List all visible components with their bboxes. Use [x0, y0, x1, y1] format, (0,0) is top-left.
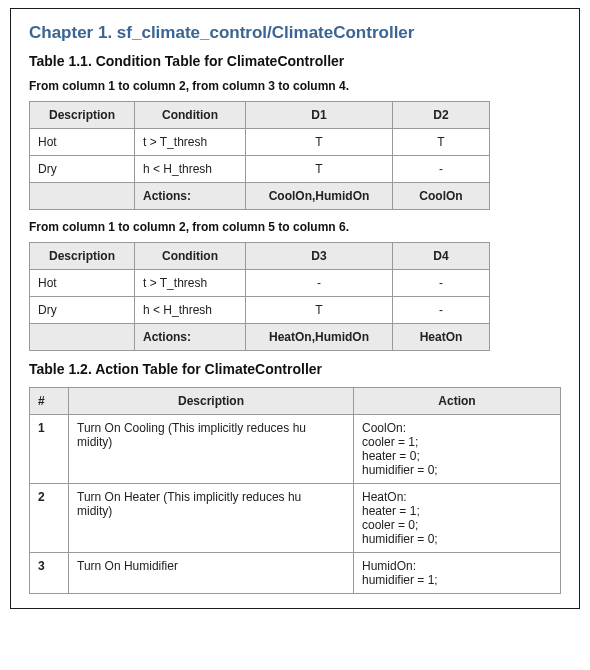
actions-blank	[30, 324, 135, 351]
cell-number: 1	[30, 415, 69, 484]
table-row: 2 Turn On Heater (This implicitly reduce…	[30, 484, 561, 553]
condition-table-b: Description Condition D3 D4 Hot t > T_th…	[29, 242, 490, 351]
cell-action: HumidOn: humidifier = 1;	[354, 553, 561, 594]
cell-desc: Dry	[30, 297, 135, 324]
col-description: Description	[69, 388, 354, 415]
actions-d2: CoolOn	[393, 183, 490, 210]
actions-row: Actions: CoolOn,HumidOn CoolOn	[30, 183, 490, 210]
cell-desc: Turn On Heater (This implicitly reduces …	[69, 484, 354, 553]
condition-table-a: Description Condition D1 D2 Hot t > T_th…	[29, 101, 490, 210]
action-table: # Description Action 1 Turn On Cooling (…	[29, 387, 561, 594]
actions-label: Actions:	[135, 324, 246, 351]
actions-row: Actions: HeatOn,HumidOn HeatOn	[30, 324, 490, 351]
table-header-row: Description Condition D3 D4	[30, 243, 490, 270]
table-row: 1 Turn On Cooling (This implicitly reduc…	[30, 415, 561, 484]
cell-d3: -	[246, 270, 393, 297]
cell-cond: t > T_thresh	[135, 129, 246, 156]
page-frame: Chapter 1. sf_climate_control/ClimateCon…	[10, 8, 580, 609]
cell-d2: -	[393, 156, 490, 183]
cell-cond: h < H_thresh	[135, 297, 246, 324]
cell-d1: T	[246, 156, 393, 183]
actions-d4: HeatOn	[393, 324, 490, 351]
col-d1: D1	[246, 102, 393, 129]
cell-number: 2	[30, 484, 69, 553]
cell-number: 3	[30, 553, 69, 594]
cond-b-caption: From column 1 to column 2, from column 5…	[29, 220, 561, 234]
table-1-1-title: Table 1.1. Condition Table for ClimateCo…	[29, 53, 561, 69]
cell-action: CoolOn: cooler = 1; heater = 0; humidifi…	[354, 415, 561, 484]
actions-d1: CoolOn,HumidOn	[246, 183, 393, 210]
col-description: Description	[30, 243, 135, 270]
col-description: Description	[30, 102, 135, 129]
actions-d3: HeatOn,HumidOn	[246, 324, 393, 351]
col-number: #	[30, 388, 69, 415]
col-condition: Condition	[135, 102, 246, 129]
cell-cond: t > T_thresh	[135, 270, 246, 297]
table-row: Hot t > T_thresh - -	[30, 270, 490, 297]
actions-blank	[30, 183, 135, 210]
col-d3: D3	[246, 243, 393, 270]
cell-cond: h < H_thresh	[135, 156, 246, 183]
table-header-row: # Description Action	[30, 388, 561, 415]
cell-desc: Hot	[30, 270, 135, 297]
cell-desc: Turn On Cooling (This implicitly reduces…	[69, 415, 354, 484]
cell-d1: T	[246, 129, 393, 156]
cell-d2: T	[393, 129, 490, 156]
cell-desc: Hot	[30, 129, 135, 156]
table-row: Dry h < H_thresh T -	[30, 297, 490, 324]
col-d2: D2	[393, 102, 490, 129]
actions-label: Actions:	[135, 183, 246, 210]
table-row: Hot t > T_thresh T T	[30, 129, 490, 156]
table-row: Dry h < H_thresh T -	[30, 156, 490, 183]
cell-d4: -	[393, 270, 490, 297]
col-d4: D4	[393, 243, 490, 270]
cell-action: HeatOn: heater = 1; cooler = 0; humidifi…	[354, 484, 561, 553]
col-condition: Condition	[135, 243, 246, 270]
table-header-row: Description Condition D1 D2	[30, 102, 490, 129]
col-action: Action	[354, 388, 561, 415]
chapter-title: Chapter 1. sf_climate_control/ClimateCon…	[29, 23, 561, 43]
cell-desc: Dry	[30, 156, 135, 183]
cond-a-caption: From column 1 to column 2, from column 3…	[29, 79, 561, 93]
cell-d3: T	[246, 297, 393, 324]
cell-d4: -	[393, 297, 490, 324]
cell-desc: Turn On Humidifier	[69, 553, 354, 594]
table-row: 3 Turn On Humidifier HumidOn: humidifier…	[30, 553, 561, 594]
table-1-2-title: Table 1.2. Action Table for ClimateContr…	[29, 361, 561, 377]
